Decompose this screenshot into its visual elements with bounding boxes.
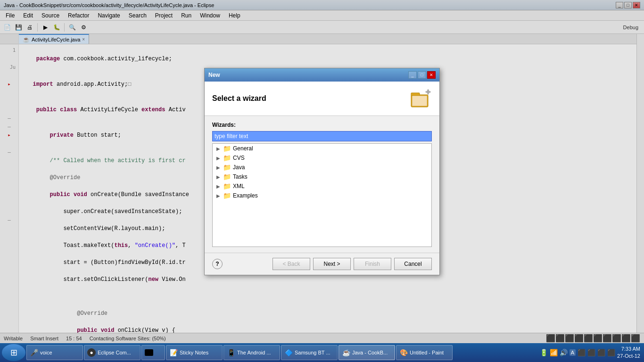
taskbar: ⊞ 🎤 voice ● Eclipse Com... 📝 Sticky Note…: [0, 343, 644, 362]
cancel-button[interactable]: Cancel: [394, 258, 432, 270]
tray-icon-battery[interactable]: 🔋: [540, 349, 548, 356]
tree-item-java[interactable]: ▶ 📁 Java: [213, 163, 431, 172]
taskbar-icon-eclipse-com: ●: [87, 348, 96, 357]
taskbar-item-voice[interactable]: 🎤 voice: [26, 345, 83, 360]
taskbar-item-eclipse-com[interactable]: ● Eclipse Com...: [84, 345, 140, 360]
new-wizard-dialog: New _ □ ✕ Select a wizard: [204, 68, 440, 275]
footer-buttons: < Back Next > Finish Cancel: [272, 258, 432, 270]
modal-overlay: New _ □ ✕ Select a wizard: [0, 0, 644, 343]
folder-icon-xml: 📁: [223, 182, 231, 190]
tree-arrow-examples: ▶: [216, 193, 221, 198]
taskbar-item-java[interactable]: ☕ Java - CookB...: [339, 345, 395, 360]
taskbar-icon-sticky: 📝: [169, 348, 178, 357]
svg-rect-2: [412, 96, 427, 106]
tree-arrow-xml: ▶: [216, 184, 221, 189]
tree-item-cvs[interactable]: ▶ 📁 CVS: [213, 153, 431, 163]
help-button[interactable]: ?: [212, 259, 223, 269]
taskbar-label-android: The Android ...: [237, 350, 271, 355]
tree-arrow-cvs: ▶: [216, 156, 221, 161]
tree-label-java: Java: [233, 164, 245, 171]
tray-icon-more3[interactable]: ⬛: [597, 349, 605, 356]
wizard-icon: [409, 87, 432, 110]
tray-icon-network[interactable]: 📶: [550, 349, 558, 356]
taskbar-tray: 🔋 📶 🔊 A ⬛ ⬛ ⬛ ⬛ 7:33 AM 27-Oct-12: [538, 346, 642, 360]
dialog-body: Wizards: ▶ 📁 General ▶ 📁 CVS ▶: [205, 116, 439, 253]
tree-item-xml[interactable]: ▶ 📁 XML: [213, 181, 431, 191]
taskbar-label-sticky: Sticky Notes: [180, 350, 208, 355]
taskbar-label-voice: voice: [40, 350, 52, 355]
taskbar-label-java: Java - CookB...: [352, 350, 388, 355]
taskbar-item-samsung[interactable]: 🔷 Samsung BT ...: [281, 345, 338, 360]
dialog-title-controls: _ □ ✕: [408, 71, 436, 79]
tree-arrow-tasks: ▶: [216, 174, 221, 180]
svg-marker-3: [425, 89, 431, 95]
taskbar-icon-paint: 🎨: [399, 348, 408, 357]
tree-item-examples[interactable]: ▶ 📁 Examples: [213, 191, 431, 200]
tree-arrow-general: ▶: [216, 146, 221, 151]
tree-item-general[interactable]: ▶ 📁 General: [213, 144, 431, 153]
tree-item-tasks[interactable]: ▶ 📁 Tasks: [213, 172, 431, 181]
taskbar-icon-voice: 🎤: [30, 348, 38, 357]
folder-icon-tasks: 📁: [223, 173, 231, 181]
ide-window: Java - CookBookSnippet/src/com/cookbook/…: [0, 0, 644, 362]
wizard-filter-input[interactable]: [212, 131, 432, 141]
tray-icon-more1[interactable]: ⬛: [578, 349, 586, 356]
start-button[interactable]: ⊞: [2, 344, 25, 361]
folder-icon-examples: 📁: [223, 192, 231, 199]
tree-arrow-java: ▶: [216, 165, 221, 170]
taskbar-icon-terminal: [145, 349, 153, 356]
taskbar-item-android[interactable]: 📱 The Android ...: [223, 345, 280, 360]
tree-label-cvs: CVS: [233, 155, 245, 161]
clock[interactable]: 7:33 AM 27-Oct-12: [617, 346, 640, 360]
taskbar-icon-android: 📱: [227, 348, 235, 357]
dialog-minimize-btn[interactable]: _: [408, 71, 417, 79]
tree-label-xml: XML: [233, 183, 245, 189]
clock-time: 7:33 AM: [617, 346, 640, 353]
dialog-header: Select a wizard: [205, 82, 439, 116]
finish-button[interactable]: Finish: [354, 258, 391, 270]
tray-icon-more4[interactable]: ⬛: [607, 349, 615, 356]
taskbar-label-samsung: Samsung BT ...: [295, 350, 330, 355]
dialog-close-btn[interactable]: ✕: [427, 71, 436, 79]
taskbar-item-sticky[interactable]: 📝 Sticky Notes: [166, 345, 223, 360]
folder-icon-java: 📁: [223, 164, 231, 171]
next-button[interactable]: Next >: [313, 258, 351, 270]
tree-label-general: General: [233, 145, 253, 152]
taskbar-label-paint: Untitled - Paint: [410, 350, 444, 355]
back-button[interactable]: < Back: [272, 258, 310, 270]
clock-date: 27-Oct-12: [617, 353, 640, 360]
dialog-header-text: Select a wizard: [212, 94, 266, 103]
dialog-title: New: [208, 72, 220, 78]
taskbar-icon-samsung: 🔷: [284, 348, 293, 357]
taskbar-item-paint[interactable]: 🎨 Untitled - Paint: [396, 345, 453, 360]
footer-left: ?: [212, 259, 223, 269]
tray-icon-more2[interactable]: ⬛: [587, 349, 595, 356]
dialog-footer: ? < Back Next > Finish Cancel: [205, 253, 439, 275]
svg-rect-1: [411, 93, 420, 96]
wizards-label: Wizards:: [212, 122, 432, 128]
taskbar-label-eclipse-com: Eclipse Com...: [98, 350, 131, 355]
tree-label-examples: Examples: [233, 192, 258, 199]
taskbar-item-terminal[interactable]: [141, 345, 165, 360]
dialog-titlebar: New _ □ ✕: [205, 68, 439, 82]
folder-icon-cvs: 📁: [223, 154, 231, 162]
wizard-tree-view[interactable]: ▶ 📁 General ▶ 📁 CVS ▶ 📁 Java: [212, 143, 432, 247]
taskbar-icon-java: ☕: [342, 348, 350, 357]
folder-icon-general: 📁: [223, 145, 231, 152]
dialog-maximize-btn[interactable]: □: [418, 71, 426, 79]
tray-icon-input[interactable]: A: [570, 349, 576, 356]
tray-icon-volume[interactable]: 🔊: [560, 349, 568, 356]
tree-label-tasks: Tasks: [233, 173, 248, 180]
